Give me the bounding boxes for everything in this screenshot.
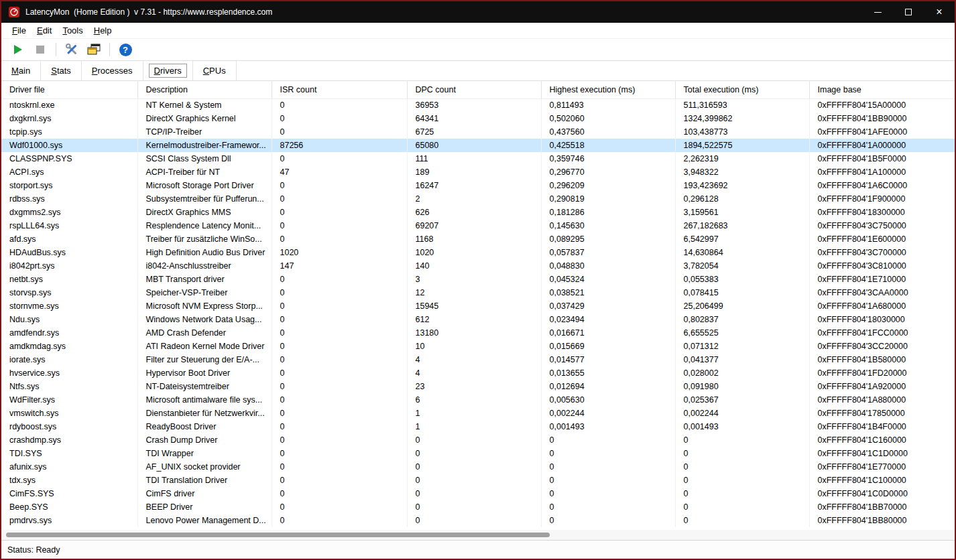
table-row[interactable]: afd.sysTreiber für zusätzliche WinSo...0… bbox=[1, 232, 955, 246]
close-button[interactable]: × bbox=[924, 1, 955, 23]
table-row[interactable]: ntoskrnl.exeNT Kernel & System0369530,81… bbox=[1, 98, 955, 112]
table-cell: 267,182683 bbox=[675, 219, 809, 232]
table-row[interactable]: Beep.SYSBEEP Driver00000xFFFFF804'1BB700… bbox=[1, 500, 955, 514]
table-row[interactable]: storport.sysMicrosoft Storage Port Drive… bbox=[1, 179, 955, 192]
table-cell: ATI Radeon Kernel Mode Driver bbox=[137, 340, 272, 353]
tab-cpus[interactable]: CPUs bbox=[193, 61, 237, 80]
table-cell: rdyboost.sys bbox=[1, 420, 137, 433]
table-cell: 0,811493 bbox=[541, 98, 675, 112]
table-row[interactable]: dxgmms2.sysDirectX Graphics MMS06260,181… bbox=[1, 206, 955, 219]
table-row[interactable]: HDAudBus.sysHigh Definition Audio Bus Dr… bbox=[1, 246, 955, 259]
table-cell: Crash Dump Driver bbox=[137, 433, 272, 447]
table-row[interactable]: vmswitch.sysDienstanbieter für Netzwerkv… bbox=[1, 407, 955, 420]
table-cell: 0xFFFFF804'1E600000 bbox=[809, 232, 955, 246]
start-monitor-button[interactable] bbox=[8, 41, 28, 59]
table-cell: rdbss.sys bbox=[1, 192, 137, 206]
horizontal-scrollbar[interactable] bbox=[1, 530, 955, 540]
options-button[interactable] bbox=[62, 41, 82, 59]
menu-help[interactable]: Help bbox=[88, 23, 117, 38]
table-cell: 0 bbox=[272, 433, 407, 447]
table-cell: 0 bbox=[272, 366, 407, 380]
table-cell: AF_UNIX socket provider bbox=[137, 460, 272, 474]
table-cell: 626 bbox=[407, 206, 541, 219]
stop-monitor-button[interactable] bbox=[30, 41, 50, 59]
table-row[interactable]: rdyboost.sysReadyBoost Driver010,0014930… bbox=[1, 420, 955, 433]
table-cell: Microsoft Storage Port Driver bbox=[137, 179, 272, 192]
menu-file[interactable]: File bbox=[7, 23, 32, 38]
table-row[interactable]: crashdmp.sysCrash Dump Driver00000xFFFFF… bbox=[1, 433, 955, 447]
table-cell: 147 bbox=[272, 259, 407, 273]
scrollbar-thumb[interactable] bbox=[6, 533, 550, 537]
table-cell: 0 bbox=[675, 487, 809, 500]
tab-processes[interactable]: Processes bbox=[82, 61, 143, 80]
table-row[interactable]: amdfendr.sysAMD Crash Defender0131800,01… bbox=[1, 326, 955, 340]
table-row[interactable]: WdFilter.sysMicrosoft antimalware file s… bbox=[1, 393, 955, 407]
table-cell: 0xFFFFF804'1BB70000 bbox=[809, 500, 955, 514]
table-cell: 0 bbox=[272, 299, 407, 313]
maximize-button[interactable] bbox=[893, 1, 924, 23]
table-cell: 0xFFFFF804'3CAA0000 bbox=[809, 286, 955, 299]
table-row[interactable]: CLASSPNP.SYSSCSI Class System Dll01110,3… bbox=[1, 152, 955, 165]
table-cell: 0,359746 bbox=[541, 152, 675, 165]
table-cell: Filter zur Steuerung der E/A-... bbox=[137, 353, 272, 366]
table-cell: 6 bbox=[407, 393, 541, 407]
table-cell: 0xFFFFF804'1B5F0000 bbox=[809, 152, 955, 165]
table-cell: 0xFFFFF804'1F900000 bbox=[809, 192, 955, 206]
table-row[interactable]: Wdf01000.sysKernelmodustreiber-Framewor.… bbox=[1, 139, 955, 152]
column-header[interactable]: ISR count bbox=[272, 81, 407, 98]
table-row[interactable]: pmdrvs.sysLenovo Power Management D...00… bbox=[1, 514, 955, 527]
table-row[interactable]: tdx.sysTDI Translation Driver00000xFFFFF… bbox=[1, 474, 955, 487]
table-row[interactable]: i8042prt.sysi8042-Anschlusstreiber147140… bbox=[1, 259, 955, 273]
table-cell: 0 bbox=[675, 500, 809, 514]
table-row[interactable]: rspLLL64.sysResplendence Latency Monit..… bbox=[1, 219, 955, 232]
column-header[interactable]: DPC count bbox=[407, 81, 541, 98]
table-row[interactable]: Ntfs.sysNT-Dateisystemtreiber0230,012694… bbox=[1, 380, 955, 393]
table-cell: 0,025367 bbox=[675, 393, 809, 407]
table-row[interactable]: storvsp.sysSpeicher-VSP-Treiber0120,0385… bbox=[1, 286, 955, 299]
table-cell: 0xFFFFF804'1A6C0000 bbox=[809, 179, 955, 192]
table-row[interactable]: Ndu.sysWindows Network Data Usag...06120… bbox=[1, 313, 955, 326]
table-row[interactable]: hvservice.sysHypervisor Boot Driver040,0… bbox=[1, 366, 955, 380]
table-row[interactable]: stornvme.sysMicrosoft NVM Express Storp.… bbox=[1, 299, 955, 313]
table-row[interactable]: dxgkrnl.sysDirectX Graphics Kernel064341… bbox=[1, 112, 955, 125]
table-row[interactable]: rdbss.sysSubsystemtreiber für Pufferun..… bbox=[1, 192, 955, 206]
tab-stats[interactable]: Stats bbox=[41, 61, 82, 80]
help-button[interactable]: ? bbox=[115, 41, 135, 59]
column-header[interactable]: Driver file bbox=[1, 81, 137, 98]
tab-main[interactable]: Main bbox=[1, 61, 41, 80]
table-cell: 0 bbox=[272, 232, 407, 246]
table-cell: High Definition Audio Bus Driver bbox=[137, 246, 272, 259]
minimize-button[interactable] bbox=[862, 1, 893, 23]
table-row[interactable]: tcpip.sysTCP/IP-Treiber067250,437560103,… bbox=[1, 125, 955, 139]
table-row[interactable]: iorate.sysFilter zur Steuerung der E/A-.… bbox=[1, 353, 955, 366]
column-header[interactable]: Description bbox=[137, 81, 272, 98]
tab-drivers[interactable]: Drivers bbox=[143, 61, 193, 80]
table-row[interactable]: amdkmdag.sysATI Radeon Kernel Mode Drive… bbox=[1, 340, 955, 353]
table-row[interactable]: TDI.SYSTDI Wrapper00000xFFFFF804'1C1D000… bbox=[1, 447, 955, 460]
table-cell: 0 bbox=[272, 179, 407, 192]
table-cell: Treiber für zusätzliche WinSo... bbox=[137, 232, 272, 246]
column-header[interactable]: Image base bbox=[809, 81, 955, 98]
table-cell: 0,001493 bbox=[541, 420, 675, 433]
table-cell: 0,181286 bbox=[541, 206, 675, 219]
table-cell: amdkmdag.sys bbox=[1, 340, 137, 353]
table-row[interactable]: netbt.sysMBT Transport driver030,0453240… bbox=[1, 273, 955, 286]
table-row[interactable]: CimFS.SYSCimFS driver00000xFFFFF804'1C0D… bbox=[1, 487, 955, 500]
table-cell: 0,014577 bbox=[541, 353, 675, 366]
tab-label: Stats bbox=[51, 66, 71, 76]
table-cell: 0,038521 bbox=[541, 286, 675, 299]
table-cell: ACPI.sys bbox=[1, 165, 137, 179]
menu-edit[interactable]: Edit bbox=[32, 23, 57, 38]
table-cell: 0,028002 bbox=[675, 366, 809, 380]
table-cell: 0xFFFFF804'1A100000 bbox=[809, 165, 955, 179]
menu-tools[interactable]: Tools bbox=[57, 23, 88, 38]
table-cell: 0,048830 bbox=[541, 259, 675, 273]
status-text: Status: Ready bbox=[7, 545, 60, 555]
table-cell: 0,013655 bbox=[541, 366, 675, 380]
column-header[interactable]: Highest execution (ms) bbox=[541, 81, 675, 98]
table-row[interactable]: ACPI.sysACPI-Treiber für NT471890,296770… bbox=[1, 165, 955, 179]
windows-button[interactable] bbox=[84, 41, 104, 59]
column-header[interactable]: Total execution (ms) bbox=[675, 81, 809, 98]
table-cell: 2 bbox=[407, 192, 541, 206]
table-row[interactable]: afunix.sysAF_UNIX socket provider00000xF… bbox=[1, 460, 955, 474]
